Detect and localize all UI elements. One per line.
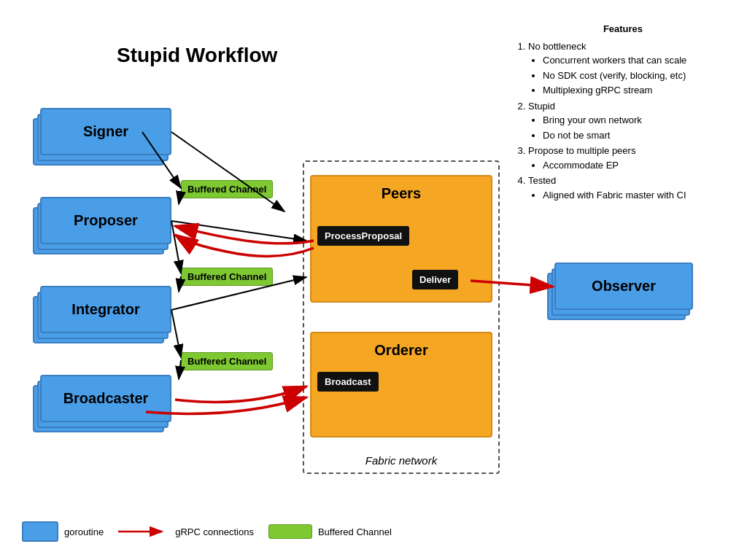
feature-4: Tested Aligned with Fabric master with C… [528, 174, 732, 202]
features-heading: Features [514, 22, 732, 36]
feature-3: Propose to multiple peers Accommodate EP [528, 144, 732, 172]
fabric-network-label: Fabric network [365, 454, 437, 467]
buffered-channel-3: Buffered Channel [181, 352, 273, 370]
buffered-channel-1: Buffered Channel [181, 180, 273, 198]
features-panel: Features No bottleneck Concurrent worker… [514, 22, 732, 203]
legend-green-icon [268, 524, 312, 539]
legend-grpc-arrow [118, 524, 169, 539]
buffered-channel-2: Buffered Channel [181, 268, 273, 286]
page-title: Stupid Workflow [117, 44, 277, 67]
legend-blue-icon [22, 521, 58, 542]
broadcaster-box: Broadcaster [40, 375, 171, 422]
legend-buffered: Buffered Channel [268, 524, 392, 539]
svg-line-4 [171, 221, 181, 273]
feature-1: No bottleneck Concurrent workers that ca… [528, 39, 732, 98]
legend: goroutine gRPC connections Buffered Chan… [22, 521, 392, 542]
legend-grpc-label: gRPC connections [175, 526, 254, 537]
deliver-label: Deliver [412, 270, 458, 289]
signer-box: Signer [40, 108, 171, 155]
svg-line-6 [171, 310, 181, 357]
feature-2: Stupid Bring your own network Do not be … [528, 99, 732, 143]
legend-goroutine-label: goroutine [64, 526, 104, 537]
legend-grpc: gRPC connections [118, 524, 254, 539]
diagram-container: Stupid Workflow Features No bottleneck C… [0, 0, 747, 560]
broadcast-label: Broadcast [317, 372, 379, 392]
integrator-box: Integrator [40, 286, 171, 333]
svg-line-9 [171, 221, 306, 241]
process-proposal-label: ProcessProposal [317, 226, 409, 246]
svg-line-8 [171, 132, 285, 211]
observer-box: Observer [554, 262, 693, 310]
legend-buffered-label: Buffered Channel [318, 526, 392, 537]
proposer-box: Proposer [40, 197, 171, 244]
legend-goroutine: goroutine [22, 521, 104, 542]
